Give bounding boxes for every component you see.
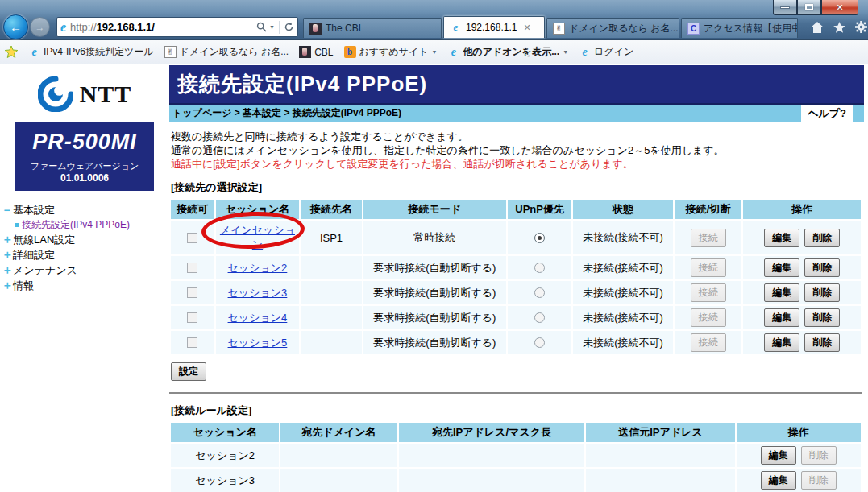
expand-icon[interactable]: ＋ (2, 263, 12, 278)
session-link[interactable]: セッション3 (228, 287, 288, 299)
divider (279, 21, 280, 34)
edit-button[interactable]: 編集 (761, 446, 796, 465)
col-header: 状態 (573, 200, 672, 219)
upnp-priority-radio[interactable] (534, 263, 545, 273)
apply-settings-button[interactable]: 設定 (171, 362, 206, 381)
session-link[interactable]: セッション5 (228, 337, 288, 349)
expand-icon[interactable]: ＋ (2, 233, 12, 247)
hand-favicon: ✌ (553, 23, 565, 35)
table-row: セッション5 要求時接続(自動切断する) 未接続(接続不可) 接続 編集削除 (171, 331, 861, 354)
edit-button[interactable]: 編集 (764, 308, 799, 327)
suggested-sites-icon: b (344, 46, 356, 58)
connect-button[interactable]: 接続 (691, 229, 726, 247)
expand-icon[interactable]: ＋ (2, 279, 12, 293)
sidebar-item-advanced-settings[interactable]: ＋ 詳細設定 (2, 247, 169, 263)
delete-button[interactable]: 削除 (804, 333, 840, 352)
tab-the-cbl[interactable]: The CBL (303, 18, 442, 38)
sidebar-nav: − 基本設定 接続先設定(IPv4 PPPoE) ＋ 無線LAN設定 ＋ 詳細設… (2, 202, 169, 293)
search-dropdown-icon[interactable]: ▼ (269, 24, 275, 30)
add-favorite-button[interactable] (5, 46, 18, 58)
delete-button[interactable]: 削除 (801, 471, 837, 490)
connect-button[interactable]: 接続 (691, 308, 726, 327)
ntt-logo-icon (38, 76, 73, 112)
connect-allow-checkbox[interactable] (187, 233, 197, 243)
collapse-icon[interactable]: − (2, 204, 12, 217)
edit-button[interactable]: 編集 (764, 229, 799, 247)
page-title: 接続先設定(IPv4 PPPoE) (169, 65, 864, 103)
help-link[interactable]: ヘルプ? (801, 105, 853, 122)
suggested-sites-button[interactable]: b おすすめサイト ▼ (344, 45, 438, 59)
gear-icon[interactable] (855, 21, 867, 33)
search-icon[interactable] (256, 22, 267, 32)
col-header: 宛先ドメイン名 (280, 423, 397, 442)
connect-allow-checkbox[interactable] (187, 263, 197, 273)
favorite-cbl[interactable]: CBL (299, 46, 333, 58)
upnp-priority-radio[interactable] (534, 312, 545, 323)
connect-button[interactable]: 接続 (691, 283, 726, 302)
delete-button[interactable]: 削除 (804, 258, 840, 277)
tab-strip: The CBL e 192.168.1.1 ✕ ✌ ドメイン取るなら お名...… (303, 16, 799, 38)
upnp-priority-radio[interactable] (534, 233, 545, 243)
refresh-icon[interactable] (284, 22, 294, 32)
router-admin-page: NTT PR-500MI ファームウェアバージョン 01.01.0006 − 基… (0, 65, 868, 492)
connect-button[interactable]: 接続 (691, 333, 726, 352)
favorite-domain[interactable]: ✌ ドメイン取るなら お名... (164, 45, 289, 59)
session-link[interactable]: セッション4 (228, 312, 288, 324)
tab-label: 192.168.1.1 (466, 22, 517, 33)
tab-domain[interactable]: ✌ ドメイン取るなら お名... (546, 18, 679, 38)
back-button[interactable]: ← (3, 14, 28, 39)
add-favorite-star-icon (5, 46, 18, 58)
connect-allow-checkbox[interactable] (187, 312, 197, 323)
destination-ip-mask (399, 444, 585, 467)
connect-allow-checkbox[interactable] (187, 287, 197, 298)
sidebar-item-information[interactable]: ＋ 情報 (2, 278, 169, 293)
delete-button[interactable]: 削除 (804, 229, 840, 247)
destination-domain (280, 444, 397, 467)
favorite-ipv4-ipv6-tool[interactable]: e IPv4-IPv6接続判定ツール (28, 45, 154, 59)
more-addons-button[interactable]: e 他のアドオンを表示... ▼ (447, 45, 568, 59)
rule-section-title: [接続ルール設定] (171, 403, 864, 418)
model-box: PR-500MI ファームウェアバージョン 01.01.0006 (15, 122, 154, 191)
tab-close-icon[interactable]: ✕ (523, 23, 530, 33)
edit-button[interactable]: 編集 (764, 283, 799, 302)
forward-button[interactable]: → (30, 17, 50, 37)
address-bar[interactable]: e http://192.168.1.1/ ▼ (56, 17, 298, 37)
connect-allow-checkbox[interactable] (187, 337, 197, 348)
description-line: 通常の通信にはメインセッションを使用し、指定した特定の条件に一致した場合のみセッ… (171, 143, 864, 157)
tab-label: ドメイン取るなら お名... (569, 22, 679, 35)
favorite-login[interactable]: e ログイン (579, 45, 633, 59)
browser-window: ✕ ← → e http://192.168.1.1/ ▼ The CBL (0, 0, 868, 492)
session-name: セッション3 (171, 469, 279, 492)
connection-mode: 要求時接続(自動切断する) (363, 306, 506, 329)
edit-button[interactable]: 編集 (764, 258, 799, 277)
home-icon[interactable] (811, 22, 824, 33)
navigation-bar: ← → e http://192.168.1.1/ ▼ The CBL (0, 14, 868, 40)
sidebar-item-pppoe-settings[interactable]: 接続先設定(IPv4 PPPoE) (15, 217, 169, 232)
tab-access-info[interactable]: C アクセス情報【使用中... (681, 18, 798, 38)
upnp-priority-radio[interactable] (534, 287, 545, 298)
breadcrumb: トップページ > 基本設定 > 接続先設定(IPv4 PPPoE) (172, 106, 401, 120)
connection-mode: 常時接続 (363, 221, 506, 254)
sidebar-item-wireless-lan[interactable]: ＋ 無線LAN設定 (2, 232, 169, 247)
breadcrumb-bar: トップページ > 基本設定 > 接続先設定(IPv4 PPPoE) ヘルプ? (169, 103, 864, 122)
tab-192-168-1-1[interactable]: e 192.168.1.1 ✕ (443, 16, 545, 38)
nav-link-label[interactable]: 接続先設定(IPv4 PPPoE) (22, 218, 130, 232)
connect-button[interactable]: 接続 (691, 258, 726, 277)
upnp-priority-radio[interactable] (534, 337, 545, 348)
delete-button[interactable]: 削除 (801, 446, 837, 465)
delete-button[interactable]: 削除 (804, 283, 840, 302)
delete-button[interactable]: 削除 (804, 308, 840, 327)
expand-icon[interactable]: ＋ (2, 248, 12, 263)
sidebar-item-basic-settings[interactable]: − 基本設定 (2, 202, 169, 217)
nav-label: 詳細設定 (13, 248, 55, 263)
sidebar-item-maintenance[interactable]: ＋ メンテナンス (2, 263, 169, 278)
browser-chrome: ✕ ← → e http://192.168.1.1/ ▼ The CBL (0, 0, 868, 40)
url-text[interactable]: http://192.168.1.1/ (70, 21, 256, 33)
session-link[interactable]: メインセッション (220, 224, 295, 250)
edit-button[interactable]: 編集 (761, 471, 796, 490)
firmware-label: ファームウェアバージョン (31, 160, 139, 172)
favorites-star-icon[interactable] (833, 22, 845, 33)
session-link[interactable]: セッション2 (228, 262, 288, 274)
nav-label: 無線LAN設定 (13, 233, 75, 247)
edit-button[interactable]: 編集 (764, 333, 799, 352)
